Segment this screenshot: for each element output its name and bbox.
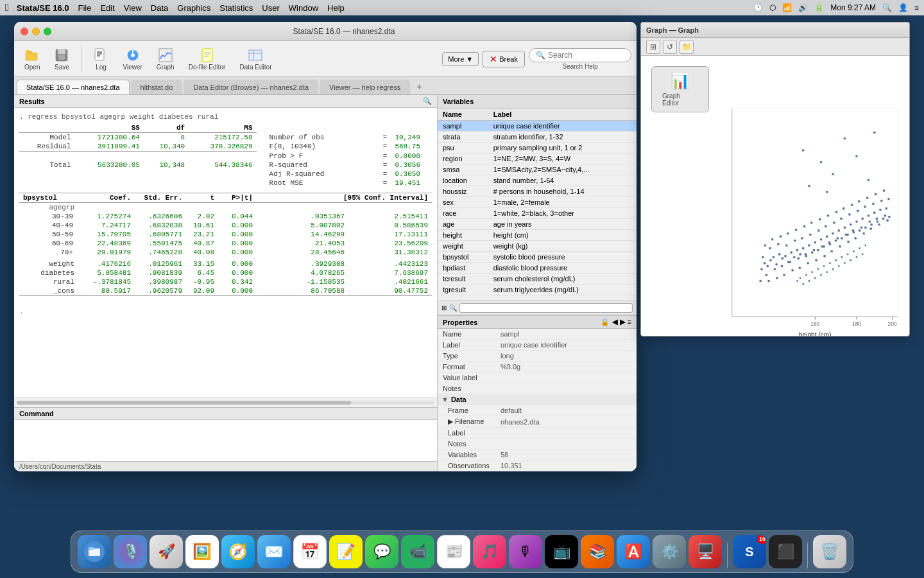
svg-text:height (cm): height (cm) bbox=[799, 331, 832, 337]
dock-photos[interactable]: 🖼️ bbox=[185, 535, 219, 568]
next-icon[interactable]: ▶ bbox=[620, 318, 625, 326]
variable-row-bpdiast[interactable]: bpdiastdiastolic blood pressure bbox=[438, 263, 637, 274]
menu-help[interactable]: Help bbox=[327, 3, 345, 13]
menu-edit[interactable]: Edit bbox=[100, 3, 114, 13]
variable-row-race[interactable]: race1=white, 2=black, 3=other bbox=[438, 208, 637, 219]
dofile-button[interactable]: Do-file Editor bbox=[184, 45, 231, 73]
maximize-button[interactable] bbox=[44, 28, 51, 35]
svg-point-49 bbox=[811, 251, 814, 254]
svg-point-33 bbox=[764, 262, 766, 265]
variable-row-houssiz[interactable]: houssiz# persons in household, 1-14 bbox=[438, 186, 637, 197]
tab-add-button[interactable]: + bbox=[411, 79, 427, 94]
menu-statistics[interactable]: Statistics bbox=[219, 3, 253, 13]
menu-extra-icon[interactable]: ≡ bbox=[914, 3, 919, 12]
coef-row-70plus: 70+ 29.91979 .7465228 40.08 0.000 28.456… bbox=[19, 248, 432, 257]
dock-music[interactable]: 🎵 bbox=[473, 535, 506, 568]
variable-row-bpsystol[interactable]: bpsystolsystolic blood pressure bbox=[438, 252, 637, 263]
dock-appstore[interactable]: 🅰️ bbox=[617, 535, 650, 568]
variable-row-sampl[interactable]: samplunique case identifier bbox=[438, 121, 637, 132]
dock-notes[interactable]: 📝 bbox=[329, 535, 363, 568]
results-search-icon[interactable]: 🔍 bbox=[423, 97, 432, 105]
svg-point-94 bbox=[833, 222, 835, 224]
variable-row-psu[interactable]: psuprimary sampling unit, 1 or 2 bbox=[438, 143, 637, 153]
search-menu-icon[interactable]: 🔍 bbox=[882, 3, 892, 12]
stat-eq-nobs: = bbox=[328, 133, 391, 143]
dock-calendar[interactable]: 📅 bbox=[293, 535, 327, 568]
dock-trash[interactable]: 🗑️ bbox=[813, 535, 846, 568]
menu-icon[interactable]: ≡ bbox=[628, 318, 631, 326]
tab-viewer[interactable]: Viewer — help regress bbox=[320, 80, 410, 94]
variable-row-smsa[interactable]: smsa1=SMSAcity,2=SMSA~city,4,... bbox=[438, 164, 637, 175]
results-area[interactable]: . regress bpsystol agegrp weight diabete… bbox=[14, 108, 437, 398]
dock-systemprefs[interactable]: ⚙️ bbox=[653, 535, 686, 568]
graph-button[interactable]: Graph bbox=[151, 45, 180, 73]
minimize-button[interactable] bbox=[32, 28, 40, 35]
variable-row-weight[interactable]: weightweight (kg) bbox=[438, 241, 637, 252]
variables-scroll[interactable]: Name Label samplunique case identifierst… bbox=[438, 109, 637, 301]
menu-app-name[interactable]: Stata/SE 16.0 bbox=[17, 3, 69, 13]
dock-mail[interactable]: ✉️ bbox=[257, 535, 291, 568]
tab-stata-main[interactable]: Stata/SE 16.0 — nhanes2.dta bbox=[17, 80, 130, 94]
dock-messages[interactable]: 💬 bbox=[365, 535, 398, 568]
open-button[interactable]: Open bbox=[19, 45, 45, 73]
dock-launchpad2[interactable]: ⬛ bbox=[769, 535, 802, 568]
viewer-grid-btn[interactable]: ⊞ bbox=[646, 40, 660, 54]
variable-row-strata[interactable]: stratastratum identifier, 1-32 bbox=[438, 132, 637, 143]
menu-view[interactable]: View bbox=[124, 3, 142, 13]
break-button[interactable]: ✕ Break bbox=[483, 51, 525, 67]
save-button[interactable]: Save bbox=[49, 45, 74, 73]
svg-point-147 bbox=[832, 173, 834, 175]
variable-row-location[interactable]: locationstand number, 1-64 bbox=[438, 175, 637, 186]
dataeditor-button[interactable]: Data Editor bbox=[234, 45, 277, 73]
menu-window[interactable]: Window bbox=[289, 3, 318, 13]
command-input[interactable] bbox=[14, 420, 437, 461]
svg-point-73 bbox=[882, 218, 885, 220]
viewer-button[interactable]: Viewer bbox=[117, 45, 147, 73]
dock-stata[interactable]: S 16 bbox=[733, 535, 766, 568]
prop-row-frame: Frame default bbox=[438, 405, 637, 416]
menu-file[interactable]: File bbox=[78, 3, 92, 13]
search-box[interactable]: 🔍 bbox=[529, 48, 631, 62]
save-icon bbox=[54, 48, 69, 63]
dock-safari[interactable]: 🧭 bbox=[221, 535, 255, 568]
svg-point-170 bbox=[853, 250, 855, 252]
search-input[interactable] bbox=[548, 51, 625, 60]
variable-row-region[interactable]: region1=NE, 2=MW, 3=S, 4=W bbox=[438, 153, 637, 164]
variable-row-sex[interactable]: sex1=male, 2=female bbox=[438, 197, 637, 208]
dock-facetime[interactable]: 📹 bbox=[401, 535, 434, 568]
variable-row-tgresult[interactable]: tgresultserum triglycerides (mg/dL) bbox=[438, 285, 637, 295]
coef-row-4049: 40-49 7.24717 .6832838 10.61 0.000 5.907… bbox=[19, 221, 432, 230]
menu-user[interactable]: User bbox=[262, 3, 279, 13]
svg-point-130 bbox=[843, 207, 845, 210]
dock-launchpad[interactable]: 🚀 bbox=[150, 535, 183, 568]
graph-editor-button[interactable]: 📊 Graph Editor bbox=[651, 66, 709, 112]
dock-news[interactable]: 📰 bbox=[437, 535, 470, 568]
coef-row-5059: 50-59 15.79705 .6805771 23.21 0.000 14.4… bbox=[19, 230, 432, 239]
dock-podcasts[interactable]: 🎙 bbox=[509, 535, 542, 568]
lock-icon[interactable]: 🔒 bbox=[601, 318, 610, 326]
dock-finder[interactable] bbox=[78, 535, 111, 568]
variable-row-height[interactable]: heightheight (cm) bbox=[438, 230, 637, 241]
user-icon[interactable]: 👤 bbox=[898, 3, 908, 12]
dock-appletv[interactable]: 📺 bbox=[545, 535, 578, 568]
dock-books[interactable]: 📚 bbox=[581, 535, 614, 568]
var-search-input[interactable] bbox=[459, 303, 633, 313]
menu-graphics[interactable]: Graphics bbox=[177, 3, 210, 13]
dock-remotedesktop[interactable]: 🖥️ bbox=[689, 535, 722, 568]
var-search-icon[interactable]: 🔍 bbox=[449, 304, 457, 311]
log-button[interactable]: Log bbox=[88, 45, 114, 73]
section-toggle-data[interactable]: ▼ bbox=[441, 396, 449, 403]
tab-data-editor[interactable]: Data Editor (Browse) — nhanes2.dta bbox=[184, 80, 318, 94]
tab-hlthstat[interactable]: hlthstat.do bbox=[131, 80, 183, 94]
viewer-folder-btn[interactable]: 📁 bbox=[680, 40, 694, 54]
prev-icon[interactable]: ◀ bbox=[612, 318, 617, 326]
variable-row-tcresult[interactable]: tcresultserum cholesterol (mg/dL) bbox=[438, 274, 637, 285]
menu-data[interactable]: Data bbox=[151, 3, 168, 13]
viewer-back-btn[interactable]: ↺ bbox=[663, 40, 677, 54]
dock-siri[interactable]: 🎙️ bbox=[114, 535, 147, 568]
apple-menu[interactable]:  bbox=[5, 2, 9, 13]
close-button[interactable] bbox=[21, 28, 28, 35]
more-button[interactable]: More ▼ bbox=[442, 52, 479, 66]
svg-point-159 bbox=[820, 274, 822, 276]
variable-row-age[interactable]: ageage in years bbox=[438, 219, 637, 230]
